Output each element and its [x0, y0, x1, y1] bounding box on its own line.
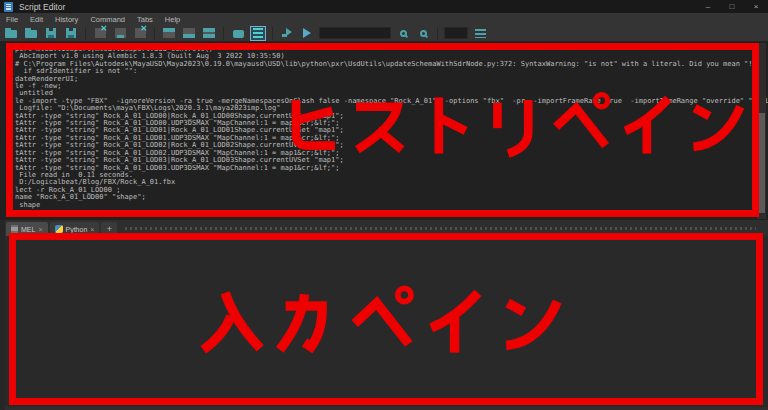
toolbar-separator — [154, 27, 155, 40]
open-script-new-tab-button[interactable] — [23, 26, 39, 41]
echo-all-commands-button[interactable] — [230, 26, 246, 41]
search-previous-button[interactable] — [395, 26, 411, 41]
maximize-button[interactable]: □ — [720, 0, 744, 13]
input-tab-bar: MEL × Python × + — [0, 220, 768, 236]
toolbar-separator — [272, 27, 273, 40]
show-line-numbers-button[interactable] — [250, 26, 266, 41]
tab-label: MEL — [21, 226, 35, 233]
show-both-panes-button[interactable] — [201, 26, 217, 41]
magnifier-up-icon — [400, 30, 407, 37]
menu-item-help[interactable]: Help — [165, 15, 180, 24]
tab-close-icon[interactable]: × — [90, 226, 94, 233]
history-line: le -f -new; — [15, 83, 768, 90]
input-pane-layout-icon — [183, 28, 195, 38]
show-input-pane-button[interactable] — [181, 26, 197, 41]
tab-close-icon[interactable]: × — [38, 226, 42, 233]
clear-input-button[interactable] — [112, 26, 128, 41]
menu-item-history[interactable]: History — [55, 15, 78, 24]
title-bar: Script Editor – □ × — [0, 0, 768, 13]
menu-item-edit[interactable]: Edit — [30, 15, 43, 24]
clear-input-icon — [115, 28, 126, 38]
split-pane-layout-icon — [203, 28, 215, 38]
clear-all-icon — [135, 28, 146, 38]
speech-bubble-icon — [233, 30, 244, 38]
toolbar-separator — [437, 27, 438, 40]
history-pane-layout-icon — [163, 28, 175, 38]
indent-lines-icon — [475, 29, 486, 38]
open-folder-plus-icon — [25, 30, 37, 38]
history-line: dateRendererUI; — [15, 76, 768, 83]
search-input[interactable] — [319, 27, 391, 39]
menu-item-file[interactable]: File — [6, 15, 18, 24]
menu-item-command[interactable]: Command — [90, 15, 125, 24]
filter-input[interactable] — [444, 27, 468, 39]
execute-button[interactable] — [279, 26, 295, 41]
history-pane[interactable]: port mtoa.viewport;mtoa.viewport.add_con… — [0, 42, 768, 220]
save-script-shelf-button[interactable] — [63, 26, 79, 41]
search-next-button[interactable] — [415, 26, 431, 41]
history-scrollbar-thumb[interactable] — [758, 113, 765, 213]
minimize-button[interactable]: – — [696, 0, 720, 13]
menu-bar: File Edit History Command Tabs Help — [0, 13, 768, 25]
command-completion-button[interactable] — [472, 26, 488, 41]
toolbar-separator — [85, 27, 86, 40]
mel-doc-icon — [11, 225, 18, 233]
script-editor-window: Script Editor – □ × File Edit History Co… — [0, 0, 768, 410]
clear-history-icon — [95, 28, 106, 38]
python-logo-icon — [55, 225, 63, 233]
tab-mel[interactable]: MEL × — [6, 222, 48, 236]
history-line: if sdrIdentifier is not "": — [15, 68, 768, 75]
floppy-disk-icon — [46, 28, 56, 38]
history-console: port mtoa.viewport;mtoa.viewport.add_con… — [15, 46, 768, 209]
play-icon — [303, 28, 311, 38]
history-line: shape — [15, 202, 768, 209]
tab-python[interactable]: Python × — [50, 222, 100, 236]
history-line: D:/Logicalbeat/Blog/FBX/Rock_A_01.fbx — [15, 179, 768, 186]
toolbar-separator — [223, 27, 224, 40]
execute-arrow-icon — [282, 28, 293, 38]
open-script-button[interactable] — [3, 26, 19, 41]
clear-all-button[interactable] — [132, 26, 148, 41]
input-pane[interactable] — [5, 236, 768, 407]
show-history-pane-button[interactable] — [161, 26, 177, 41]
close-button[interactable]: × — [744, 0, 768, 13]
window-title: Script Editor — [19, 2, 65, 12]
pane-splitter-grip[interactable] — [125, 227, 756, 230]
add-tab-button[interactable]: + — [101, 222, 117, 236]
open-folder-icon — [5, 30, 17, 38]
tab-label: Python — [66, 226, 88, 233]
history-line: name "Rock_A_01_LOD00" "shape"; — [15, 194, 768, 201]
toolbar — [0, 25, 768, 42]
clear-history-button[interactable] — [92, 26, 108, 41]
save-script-button[interactable] — [43, 26, 59, 41]
line-numbers-icon — [253, 28, 263, 38]
history-scrollbar[interactable] — [757, 43, 766, 219]
execute-all-button[interactable] — [299, 26, 315, 41]
magnifier-down-icon — [420, 30, 427, 37]
script-editor-app-icon — [4, 2, 13, 12]
floppy-disk-search-icon — [66, 28, 76, 38]
